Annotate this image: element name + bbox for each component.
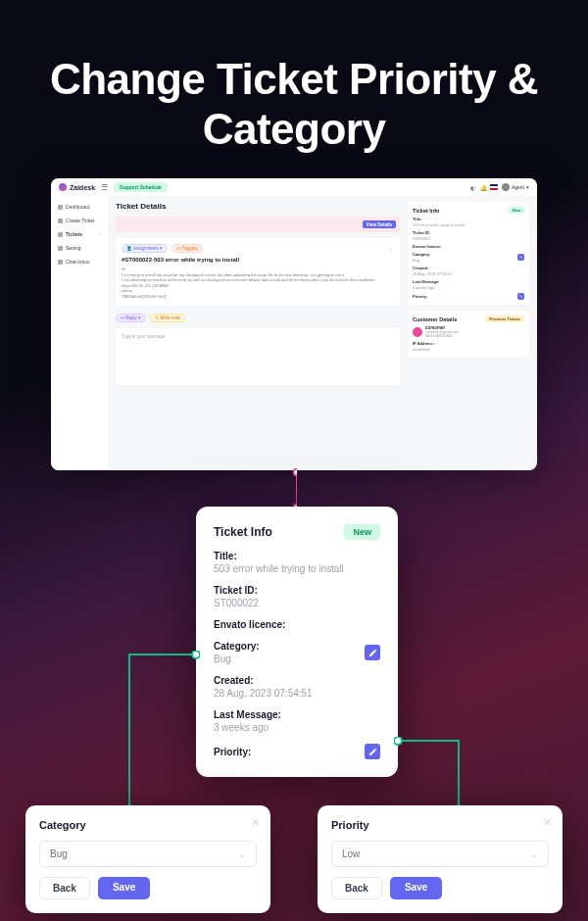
compose-placeholder: Type in your message (122, 334, 394, 339)
customer-details-panel: Customer DetailsPrevious Tickets comomer… (408, 311, 529, 357)
flag-icon[interactable] (490, 184, 498, 190)
chat-icon (58, 260, 63, 265)
chevron-down-icon: ▾ (526, 184, 529, 190)
connector-priority (394, 737, 463, 815)
sidebar-item-tickets[interactable]: Tickets› (55, 229, 104, 239)
edit-priority-icon[interactable]: ✎ (517, 293, 524, 300)
chevron-down-icon: ⌄ (238, 848, 246, 859)
reply-button[interactable]: ↩ Reply ▾ (116, 314, 146, 322)
category-modal: ✕ Category Bug⌄ Back Save (25, 805, 270, 913)
edit-category-button[interactable] (365, 645, 380, 660)
back-button[interactable]: Back (39, 877, 90, 899)
hero-title: Change Ticket Priority & Category (0, 0, 588, 183)
logo-icon (59, 183, 67, 191)
assignments-chip[interactable]: 👤 Assignments ▾ (122, 244, 168, 253)
customer-avatar (413, 327, 422, 337)
ticket-title: #ST000022-503 error while trying to inst… (122, 257, 394, 263)
mini-title: Ticket Info (413, 208, 439, 214)
modal-title: Category (39, 819, 257, 831)
svg-point-3 (192, 651, 200, 658)
connector-top (293, 468, 297, 508)
ticket-card: 👤 Assignments ▾ 🏷 Tagging ⋮ #ST000022-50… (116, 238, 400, 306)
chevron-right-icon: › (100, 232, 101, 237)
avatar (502, 183, 510, 191)
status-badge: New (509, 207, 524, 214)
save-button[interactable]: Save (98, 877, 150, 899)
sidebar-item-create-ticket[interactable]: Create Ticket (55, 216, 104, 225)
tagging-chip[interactable]: 🏷 Tagging (172, 244, 203, 253)
sidebar-item-setting[interactable]: Setting (55, 243, 104, 253)
status-badge: New (344, 524, 380, 540)
page-title: Ticket Details (116, 202, 400, 211)
more-icon[interactable]: ⋮ (388, 245, 394, 252)
sidebar: Dashboard Create Ticket Tickets› Setting… (51, 196, 108, 470)
svg-point-5 (394, 737, 402, 745)
sidebar-item-chat[interactable]: Chat-Inbox (55, 257, 104, 267)
cust-title: Customer Details (413, 316, 457, 322)
previous-tickets-button[interactable]: Previous Tickets (485, 315, 524, 322)
save-button[interactable]: Save (390, 877, 442, 899)
close-icon[interactable]: ✕ (543, 816, 552, 829)
bell-icon[interactable]: 🔔 (480, 184, 486, 190)
detail-title: Ticket Info (214, 525, 272, 539)
ticket-info-mini-panel: Ticket InfoNew Title:503 error while try… (408, 202, 529, 305)
app-window: Zaidesk ☰ Support Schedule ◐ 🔔 Agent ▾ D… (51, 178, 537, 470)
edit-priority-button[interactable] (365, 744, 380, 759)
theme-icon[interactable]: ◐ (470, 184, 476, 190)
logo-text: Zaidesk (70, 184, 95, 191)
priority-modal: ✕ Priority Low⌄ Back Save (318, 805, 563, 913)
sidebar-item-dashboard[interactable]: Dashboard (55, 202, 104, 212)
chevron-down-icon: ⌄ (530, 848, 538, 859)
alert-box: View Details (116, 217, 400, 232)
app-topbar: Zaidesk ☰ Support Schedule ◐ 🔔 Agent ▾ (51, 178, 537, 196)
tickets-icon (58, 232, 63, 237)
category-select[interactable]: Bug⌄ (39, 841, 257, 867)
create-icon (58, 218, 63, 223)
modal-title: Priority (331, 819, 549, 831)
write-note-button[interactable]: ✎ Write note (150, 314, 185, 322)
dashboard-icon (58, 205, 63, 210)
view-details-button[interactable]: View Details (363, 220, 396, 228)
hamburger-icon[interactable]: ☰ (101, 183, 108, 192)
compose-area[interactable]: Type in your message (116, 328, 400, 385)
close-icon[interactable]: ✕ (251, 816, 260, 829)
agent-menu[interactable]: Agent ▾ (502, 183, 529, 191)
priority-select[interactable]: Low⌄ (331, 841, 549, 867)
gear-icon (58, 246, 63, 251)
back-button[interactable]: Back (331, 877, 382, 899)
ticket-body: Hi I am trying to install the script for… (122, 267, 394, 300)
svg-point-1 (294, 469, 298, 476)
connector-category (125, 651, 200, 815)
support-schedule-button[interactable]: Support Schedule (114, 182, 168, 192)
edit-category-icon[interactable]: ✎ (517, 254, 524, 261)
logo[interactable]: Zaidesk (59, 183, 95, 191)
ticket-info-detail-card: Ticket Info New Title:503 error while tr… (196, 507, 398, 777)
